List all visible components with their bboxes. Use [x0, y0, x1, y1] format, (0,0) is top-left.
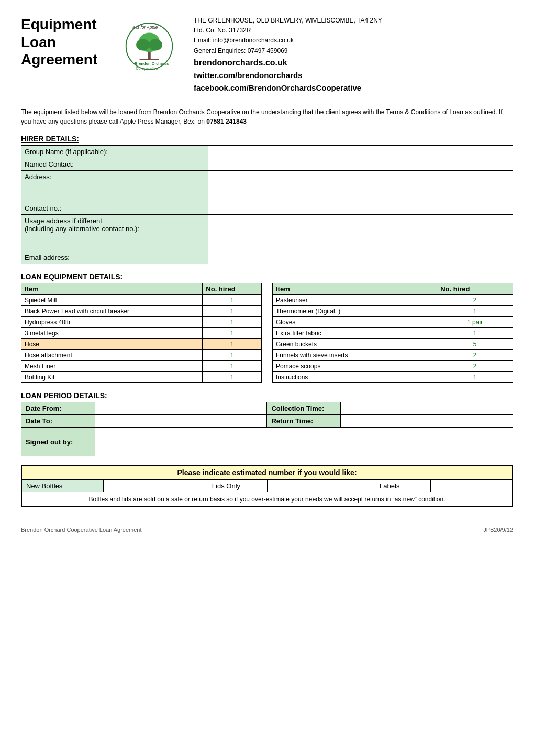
- lids-only-label: Lids Only: [185, 480, 267, 492]
- item-cell: Thermometer (Digital: ): [273, 306, 437, 317]
- hired-cell: 2: [437, 361, 513, 372]
- hired-cell: 5: [437, 339, 513, 350]
- return-time-value[interactable]: [341, 415, 513, 428]
- hired-col-header-left: No. hired: [203, 283, 262, 295]
- table-row: Hose attachment 1: [21, 350, 262, 361]
- item-cell: Extra filter fabric: [273, 328, 437, 339]
- item-cell: 3 metal legs: [21, 328, 203, 339]
- enquiries-line: General Enquiries: 07497 459069: [194, 46, 382, 56]
- email-address-value[interactable]: [208, 251, 513, 264]
- new-bottles-label: New Bottles: [22, 480, 104, 492]
- table-row: Gloves 1 pair: [273, 317, 513, 328]
- svg-text:Brendon Orchards: Brendon Orchards: [135, 61, 169, 66]
- contact-no-label: Contact no.:: [21, 202, 208, 215]
- table-header-row: Item No. hired: [273, 283, 513, 295]
- address-value[interactable]: [208, 171, 513, 202]
- hired-cell: 1: [437, 328, 513, 339]
- table-row: Spiedel Mill 1: [21, 295, 262, 306]
- table-row: Mesh Liner 1: [21, 361, 262, 372]
- date-to-label: Date To:: [21, 415, 95, 428]
- item-cell: Black Power Lead with circuit breaker: [21, 306, 203, 317]
- hired-cell: 1: [203, 328, 262, 339]
- address-line2: Ltd. Co. No. 31732R: [194, 26, 382, 36]
- loan-equipment-heading: LOAN EQUIPMENT DETAILS:: [21, 272, 513, 281]
- item-col-header-right: Item: [273, 283, 437, 295]
- item-cell: Pasteuriser: [273, 295, 437, 306]
- item-cell: Mesh Liner: [21, 361, 203, 372]
- intro-paragraph: The equipment listed below will be loane…: [21, 107, 513, 126]
- hirer-details-heading: HIRER DETAILS:: [21, 135, 513, 143]
- email-line: Email: info@brendonorchards.co.uk: [194, 36, 382, 46]
- svg-point-4: [149, 39, 162, 50]
- bottles-row: New Bottles Lids Only Labels: [22, 480, 512, 492]
- table-row: Funnels with sieve inserts 2: [273, 350, 513, 361]
- loan-period-table: Date From: Collection Time: Date To: Ret…: [21, 402, 513, 456]
- labels-label: Labels: [349, 480, 431, 492]
- new-bottles-value[interactable]: [104, 480, 185, 492]
- table-row: Black Power Lead with circuit breaker 1: [21, 306, 262, 317]
- table-row: Pomace scoops 2: [273, 361, 513, 372]
- item-cell: Instructions: [273, 372, 437, 383]
- item-cell: Funnels with sieve inserts: [273, 350, 437, 361]
- table-row: Pasteuriser 2: [273, 295, 513, 306]
- date-from-value[interactable]: [95, 402, 267, 415]
- hired-cell: 1: [437, 372, 513, 383]
- contact-info: THE GREENHOUSE, OLD BREWERY, WIVELISCOMB…: [194, 16, 382, 94]
- item-cell: Pomace scoops: [273, 361, 437, 372]
- hired-cell: 2: [437, 350, 513, 361]
- page-footer: Brendon Orchard Cooperative Loan Agreeme…: [21, 523, 513, 533]
- item-col-header-left: Item: [21, 283, 203, 295]
- date-from-label: Date From:: [21, 402, 95, 415]
- date-to-row: Date To: Return Time:: [21, 415, 513, 428]
- hired-cell: 1: [203, 295, 262, 306]
- signed-label: Signed out by:: [21, 428, 95, 456]
- collection-time-value[interactable]: [341, 402, 513, 415]
- hired-cell: 1: [203, 306, 262, 317]
- usage-address-value[interactable]: [208, 215, 513, 251]
- date-to-value[interactable]: [95, 415, 267, 428]
- item-cell: Green buckets: [273, 339, 437, 350]
- item-cell: Bottling Kit: [21, 372, 203, 383]
- hired-cell: 1: [203, 361, 262, 372]
- equipment-tables-container: Item No. hired Spiedel Mill 1 Black Powe…: [21, 283, 513, 383]
- table-row: Bottling Kit 1: [21, 372, 262, 383]
- lids-only-value[interactable]: [268, 480, 349, 492]
- bottles-footer: Bottles and lids are sold on a sale or r…: [22, 492, 512, 506]
- group-name-label: Group Name (if applicable):: [21, 146, 208, 158]
- table-row: Instructions 1: [273, 372, 513, 383]
- footer-right: JPB20/9/12: [483, 527, 513, 533]
- website: brendonorchards.co.uk: [194, 56, 382, 70]
- hired-cell: 1: [437, 306, 513, 317]
- table-row: Green buckets 5: [273, 339, 513, 350]
- item-cell: Spiedel Mill: [21, 295, 203, 306]
- table-header-row: Item No. hired: [21, 283, 262, 295]
- table-row: Email address:: [21, 251, 513, 264]
- table-row: Thermometer (Digital: ) 1: [273, 306, 513, 317]
- item-cell: Hydropress 40ltr: [21, 317, 203, 328]
- labels-value[interactable]: [431, 480, 512, 492]
- hired-cell: 1: [203, 350, 262, 361]
- bottles-header: Please indicate estimated number if you …: [22, 466, 512, 480]
- hired-cell: 1 pair: [437, 317, 513, 328]
- hirer-details-table: Group Name (if applicable): Named Contac…: [21, 145, 513, 264]
- address-label: Address:: [21, 171, 208, 202]
- date-from-row: Date From: Collection Time:: [21, 402, 513, 415]
- svg-point-3: [136, 39, 150, 50]
- table-row: Address:: [21, 171, 513, 202]
- signed-row: Signed out by:: [21, 428, 513, 456]
- named-contact-value[interactable]: [208, 158, 513, 171]
- signed-value[interactable]: [95, 428, 513, 456]
- table-row: Contact no.:: [21, 202, 513, 215]
- table-row: Usage address if different(including any…: [21, 215, 513, 251]
- group-name-value[interactable]: [208, 146, 513, 158]
- company-logo: A is for Apple Brendon Orchards Co-opera…: [115, 16, 183, 73]
- page-header: Equipment Loan Agreement A is for Apple …: [21, 16, 513, 100]
- contact-no-value[interactable]: [208, 202, 513, 215]
- hired-cell: 2: [437, 295, 513, 306]
- loan-period-heading: LOAN PERIOD DETAILS:: [21, 391, 513, 400]
- svg-text:A is for Apple: A is for Apple: [132, 25, 158, 30]
- document-title: Equipment Loan Agreement: [21, 16, 105, 69]
- return-time-label: Return Time:: [267, 415, 341, 428]
- hired-cell: 1: [203, 339, 262, 350]
- equipment-right-table: Item No. hired Pasteuriser 2 Thermometer…: [272, 283, 513, 383]
